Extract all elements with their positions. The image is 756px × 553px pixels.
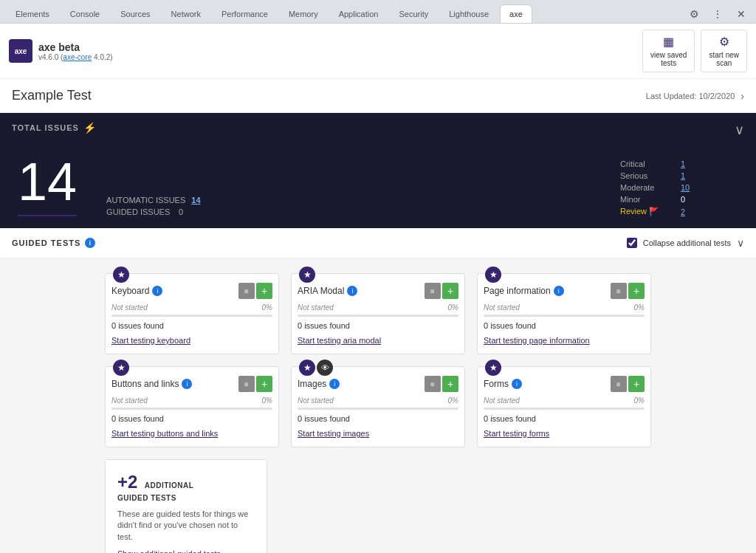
start-new-scan-button[interactable]: ⚙ start newscan (701, 30, 747, 72)
card-start-link-aria-modal[interactable]: Start testing aria modal (292, 333, 464, 348)
card-controls-forms: ≡ + (611, 376, 645, 392)
star-badge-forms: ★ (485, 360, 501, 376)
automatic-value-link[interactable]: 14 (191, 196, 200, 205)
close-devtools-icon[interactable]: ✕ (732, 5, 750, 23)
start-new-label: start newscan (709, 51, 739, 67)
card-add-button-buttons-links[interactable]: + (256, 376, 272, 392)
collapse-additional-checkbox[interactable] (627, 238, 637, 248)
star-badge-buttons-links: ★ (113, 360, 129, 376)
card-add-button-keyboard[interactable]: + (256, 283, 272, 299)
card-info-icon-aria-modal[interactable]: i (347, 286, 357, 296)
test-card-page-information: ★ Page information i ≡ + Not started 0% … (477, 273, 651, 354)
axe-title: axe beta (38, 41, 113, 53)
tab-sources[interactable]: Sources (111, 4, 159, 23)
start-scan-icon: ⚙ (719, 35, 729, 49)
show-additional-link[interactable]: Show additional guided tests (117, 549, 221, 553)
card-add-button-aria-modal[interactable]: + (442, 283, 458, 299)
collapse-label[interactable]: Collapse additional tests (643, 238, 731, 247)
card-status-text-page-information: Not started (484, 303, 520, 312)
card-menu-button-keyboard[interactable]: ≡ (238, 283, 255, 299)
card-start-link-page-information[interactable]: Start testing page information (478, 333, 650, 348)
total-issues-label: TOTAL ISSUES (12, 123, 79, 132)
tab-performance[interactable]: Performance (212, 4, 278, 23)
critical-label: Critical (620, 159, 672, 168)
review-label: Review 🚩 (620, 207, 672, 216)
card-menu-button-page-information[interactable]: ≡ (611, 283, 627, 299)
tab-lighthouse[interactable]: Lighthouse (439, 4, 498, 23)
tab-memory[interactable]: Memory (279, 4, 328, 23)
card-start-link-keyboard[interactable]: Start testing keyboard (106, 333, 278, 348)
additional-tests-section: +2 ADDITIONALGUIDED TESTS These are guid… (105, 459, 651, 553)
tab-application[interactable]: Application (329, 4, 388, 23)
minor-label: Minor (620, 195, 672, 204)
card-add-button-page-information[interactable]: + (628, 283, 645, 299)
card-add-button-forms[interactable]: + (628, 376, 645, 392)
card-add-button-images[interactable]: + (442, 376, 458, 392)
guided-tests-controls: Collapse additional tests ∨ (627, 237, 744, 249)
card-info-icon-keyboard[interactable]: i (152, 286, 162, 296)
axe-logo-info: axe beta v4.6.0 (axe-core 4.0.2) (38, 41, 113, 61)
card-header-buttons-links: Buttons and links i ≡ + (106, 367, 278, 395)
total-issues-row: 14 AUTOMATIC ISSUES 14 GUIDED ISSUES 0 C… (18, 140, 738, 216)
page-header-right: Last Updated: 10/2/2020 › (646, 90, 744, 102)
minor-row: Minor 0 (620, 195, 738, 204)
last-updated: Last Updated: 10/2/2020 (646, 92, 735, 100)
card-start-link-forms[interactable]: Start testing forms (478, 426, 650, 441)
page-header-chevron-icon[interactable]: › (740, 90, 744, 102)
guided-issues-row: GUIDED ISSUES 0 (106, 207, 200, 216)
tab-console[interactable]: Console (61, 4, 109, 23)
tab-network[interactable]: Network (162, 4, 210, 23)
eye-badge-images: 👁 (317, 360, 333, 376)
view-saved-tests-button[interactable]: ▦ view savedtests (642, 30, 695, 72)
page-header: Example Test Last Updated: 10/2/2020 › (0, 79, 756, 113)
test-card-images: ★👁 Images i ≡ + Not started 0% 0 issues … (291, 366, 465, 447)
axe-core-version: 4.0.2) (92, 53, 112, 61)
card-info-icon-images[interactable]: i (329, 379, 340, 389)
tab-security[interactable]: Security (389, 4, 438, 23)
card-status-text-forms: Not started (484, 396, 520, 405)
star-badge-images: ★ (299, 360, 315, 376)
cards-grid: ★ Keyboard i ≡ + Not started 0% 0 issues… (105, 273, 651, 447)
card-status-text-images: Not started (298, 396, 334, 405)
card-title-aria-modal: ARIA Modal i (298, 286, 357, 296)
card-menu-button-aria-modal[interactable]: ≡ (425, 283, 441, 299)
review-label-text: Review (620, 207, 647, 216)
guided-tests-header: GUIDED TESTS i Collapse additional tests… (0, 228, 756, 258)
main-content: axe axe beta v4.6.0 (axe-core 4.0.2) ▦ v… (0, 24, 756, 553)
card-menu-button-forms[interactable]: ≡ (611, 376, 627, 392)
card-progress-forms (484, 408, 645, 410)
critical-value[interactable]: 1 (681, 159, 695, 168)
card-start-link-buttons-links[interactable]: Start testing buttons and links (106, 426, 278, 441)
card-percent-forms: 0% (634, 396, 645, 405)
card-status-keyboard: Not started 0% (106, 302, 278, 313)
card-title-images: Images i (298, 379, 340, 389)
card-controls-page-information: ≡ + (611, 283, 645, 299)
tab-axe[interactable]: axe (500, 4, 532, 23)
card-menu-button-buttons-links[interactable]: ≡ (238, 376, 255, 392)
additional-tests-card: +2 ADDITIONALGUIDED TESTS These are guid… (105, 459, 267, 553)
card-info-icon-forms[interactable]: i (512, 379, 522, 389)
collapse-total-issues-button[interactable]: ∨ (735, 122, 744, 138)
card-controls-buttons-links: ≡ + (238, 376, 272, 392)
card-percent-images: 0% (448, 396, 458, 405)
serious-label: Serious (620, 171, 672, 180)
serious-row: Serious 1 (620, 171, 738, 180)
more-icon[interactable]: ⋮ (709, 5, 726, 23)
card-status-forms: Not started 0% (478, 395, 650, 406)
review-value[interactable]: 2 (681, 207, 695, 216)
card-info-icon-buttons-links[interactable]: i (182, 379, 192, 389)
guided-tests-chevron-icon[interactable]: ∨ (737, 237, 744, 249)
moderate-value[interactable]: 10 (681, 183, 695, 192)
total-issues-wrap: TOTAL ISSUES ⚡ ∨ 14 AUTOMATIC ISSUES 14 … (0, 113, 756, 228)
settings-icon[interactable]: ⚙ (685, 5, 703, 23)
axe-logo-text: axe (15, 47, 27, 55)
serious-value[interactable]: 1 (681, 171, 695, 180)
card-info-icon-page-information[interactable]: i (554, 286, 564, 296)
tab-elements[interactable]: Elements (6, 4, 59, 23)
guided-tests-title: GUIDED TESTS i (12, 238, 95, 248)
card-start-link-images[interactable]: Start testing images (292, 426, 464, 441)
guided-tests-info-icon[interactable]: i (85, 238, 95, 248)
card-percent-buttons-links: 0% (262, 396, 272, 405)
card-menu-button-images[interactable]: ≡ (425, 376, 441, 392)
axe-core-link[interactable]: axe-core (63, 53, 92, 61)
